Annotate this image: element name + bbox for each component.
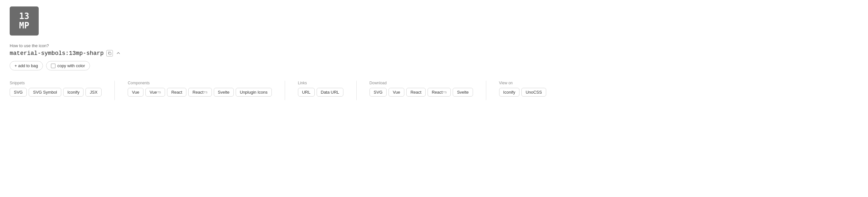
download-react-ts-button[interactable]: ReactTS — [428, 88, 451, 96]
snippets-label: Snippets — [10, 81, 101, 85]
download-svg-button[interactable]: SVG — [370, 88, 386, 96]
copy-with-color-label: copy with color — [57, 63, 85, 68]
copy-name-button[interactable] — [106, 50, 113, 57]
component-vue-ts-button[interactable]: VueTS — [146, 88, 165, 96]
view-on-unocss-button[interactable]: UnoCSS — [521, 88, 546, 96]
view-on-iconify-button[interactable]: Iconify — [499, 88, 520, 96]
chevron-up-button[interactable] — [116, 50, 121, 56]
link-url-button[interactable]: URL — [298, 88, 315, 96]
link-data-url-button[interactable]: Data URL — [317, 88, 343, 96]
view-on-label: View on — [499, 81, 546, 85]
download-react-button[interactable]: React — [406, 88, 426, 96]
download-label: Download — [370, 81, 473, 85]
icon-name-row: material-symbols:13mp-sharp — [10, 50, 858, 57]
component-unplugin-button[interactable]: Unplugin Icons — [236, 88, 272, 96]
divider-2 — [285, 81, 285, 100]
add-to-bag-label: + add to bag — [14, 63, 38, 68]
icon-name: material-symbols:13mp-sharp — [10, 50, 104, 57]
snippets-buttons: SVG SVG Symbol Iconify JSX — [10, 88, 101, 96]
component-react-button[interactable]: React — [167, 88, 186, 96]
component-react-ts-button[interactable]: ReactTS — [188, 88, 212, 96]
components-buttons: Vue VueTS React ReactTS Svelte Unplugin … — [128, 88, 272, 96]
view-on-buttons: Iconify UnoCSS — [499, 88, 546, 96]
snippet-iconify-button[interactable]: Iconify — [63, 88, 84, 96]
usage-label: How to use the icon? — [10, 43, 858, 48]
actions-row: + add to bag copy with color — [10, 61, 858, 71]
copy-color-checkbox-icon — [51, 64, 56, 68]
snippets-section: Snippets SVG SVG Symbol Iconify JSX — [10, 81, 115, 96]
sections-row: Snippets SVG SVG Symbol Iconify JSX Comp… — [10, 81, 858, 100]
snippet-svg-button[interactable]: SVG — [10, 88, 27, 96]
components-section: Components Vue VueTS React ReactTS Svelt… — [128, 81, 284, 96]
links-label: Links — [298, 81, 343, 85]
download-vue-button[interactable]: Vue — [389, 88, 404, 96]
snippet-jsx-button[interactable]: JSX — [86, 88, 101, 96]
download-svelte-button[interactable]: Svelte — [453, 88, 473, 96]
icon-preview: 13 MP — [10, 6, 39, 35]
divider-4 — [486, 81, 486, 100]
links-section: Links URL Data URL — [298, 81, 356, 96]
links-buttons: URL Data URL — [298, 88, 343, 96]
snippet-svg-symbol-button[interactable]: SVG Symbol — [29, 88, 61, 96]
copy-icon — [108, 51, 112, 55]
component-vue-button[interactable]: Vue — [128, 88, 144, 96]
components-label: Components — [128, 81, 272, 85]
add-to-bag-button[interactable]: + add to bag — [10, 61, 43, 71]
copy-with-color-button[interactable]: copy with color — [46, 61, 90, 71]
download-section: Download SVG Vue React ReactTS Svelte — [370, 81, 486, 96]
chevron-up-icon — [116, 51, 121, 56]
svg-rect-0 — [108, 53, 111, 55]
download-buttons: SVG Vue React ReactTS Svelte — [370, 88, 473, 96]
view-on-section: View on Iconify UnoCSS — [499, 81, 559, 96]
divider-3 — [356, 81, 356, 100]
divider-1 — [115, 81, 115, 100]
icon-preview-text: 13 MP — [19, 11, 29, 30]
component-svelte-button[interactable]: Svelte — [214, 88, 234, 96]
